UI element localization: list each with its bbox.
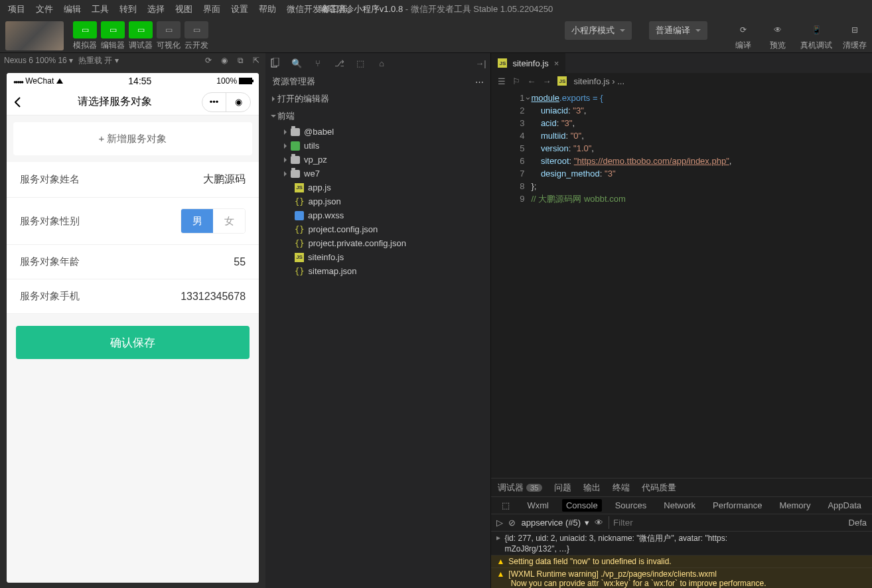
phone-value[interactable]: 13312345678 [181,291,246,303]
toolbar-button[interactable]: ▭云开发 [184,21,208,51]
menu-dots-icon[interactable]: ••• [202,93,226,111]
toolbar-button[interactable]: 📱真机调试 [800,21,832,51]
menu-item[interactable]: 编辑 [58,1,86,18]
tree-item[interactable]: {}app.json [277,194,490,208]
search-icon[interactable]: 🔍 [291,57,303,69]
js-icon: JS [498,58,507,68]
files-icon[interactable] [269,57,281,69]
mode-select[interactable]: 小程序模式 [565,21,632,40]
cut-icon[interactable]: ⧉ [235,55,246,66]
ext-icon[interactable]: ⌂ [376,57,388,69]
menu-item[interactable]: 设置 [226,1,254,18]
devtab-sources[interactable]: Sources [611,499,651,512]
name-value[interactable]: 大鹏源码 [203,173,246,186]
mute-icon[interactable]: ◉ [219,55,230,66]
menu-item[interactable]: 帮助 [254,1,281,18]
hot-reload-toggle[interactable]: 热重载 开 ▾ [78,55,119,66]
back-icon[interactable] [15,97,28,108]
device-select[interactable]: Nexus 6 100% 16 ▾ [4,56,73,65]
toolbar-button[interactable]: ⟳编译 [731,21,755,51]
devtab-wxml[interactable]: Wxml [523,499,553,512]
collapse-icon[interactable]: →| [474,57,486,69]
detach-icon[interactable]: ⇱ [251,55,261,66]
debugger-tab[interactable]: 调试器 35 [498,482,542,494]
quality-tab[interactable]: 代码质量 [642,482,676,494]
toolbar: ▭模拟器▭编辑器▭调试器▭可视化▭云开发 小程序模式 普通编译 ⟳编译👁预览📱真… [0,19,872,53]
tree-item[interactable]: utils [277,139,490,153]
toolbar-button[interactable]: ▭模拟器 [73,21,97,51]
close-circle-icon[interactable]: ◉ [226,93,250,111]
devtab-appdata[interactable]: AppData [824,499,865,512]
menu-item[interactable]: 选择 [142,1,170,18]
menu-item[interactable]: 视图 [170,1,198,18]
menu-item[interactable]: 转到 [114,1,142,18]
inspect-icon[interactable]: ⬚ [498,499,514,512]
toolbar-button[interactable]: ▭可视化 [157,21,181,51]
eye-icon[interactable]: 👁 [595,518,603,528]
console-row: ▸{id: 277, uid: 2, uniacid: 3, nickname:… [491,532,872,555]
js-icon: JS [295,183,304,192]
gender-male-button[interactable]: 男 [181,209,213,233]
tree-item[interactable]: JSapp.js [277,181,490,194]
branch-icon[interactable]: ⎇ [333,57,345,69]
terminal-tab[interactable]: 终端 [613,482,630,494]
split-icon[interactable]: ☰ [498,76,506,86]
menu-item[interactable]: 项目 [3,1,31,18]
toolbar-button[interactable]: ▭编辑器 [101,21,125,51]
tree-item[interactable]: {}sitemap.json [277,264,490,278]
tree-item[interactable]: we7 [277,167,490,181]
signal-icon [13,76,25,86]
default-levels[interactable]: Defa [849,518,867,528]
clear-icon[interactable]: ⊘ [508,518,516,528]
bookmark-icon[interactable]: ⚐ [512,76,520,86]
toolbar-button[interactable]: 👁预览 [766,21,790,51]
debug-icon[interactable]: ⬚ [354,57,366,69]
battery-label: 100% [216,76,237,86]
menu-item[interactable]: 工具 [86,1,114,18]
code-editor[interactable]: 123456789 ⌄ module.exports = { uniacid: … [491,89,872,478]
tree-item[interactable]: @babel [277,125,490,139]
tree-item[interactable]: JSsiteinfo.js [277,250,490,264]
tree-item[interactable]: vp_pz [277,153,490,167]
save-button[interactable]: 确认保存 [16,326,250,359]
context-select[interactable]: appservice (#5) ▾ [521,518,589,528]
add-object-button[interactable]: + 新增服务对象 [13,122,252,155]
folder-icon [291,128,300,136]
editor-tab[interactable]: JS siteinfo.js × [491,53,566,73]
section-root[interactable]: 前端 [265,108,490,125]
phone-frame: WeChat 14:55 100% 请选择服务对象 ••• ◉ + 新增服务对象… [7,73,259,583]
folder-icon [291,156,300,164]
tab-strip: JS siteinfo.js × [491,53,872,73]
devtab-memory[interactable]: Memory [775,499,814,512]
menu-item[interactable]: 界面 [198,1,226,18]
refresh-icon[interactable]: ⟳ [203,55,214,66]
gender-female-button[interactable]: 女 [213,209,245,233]
console-row: ▲Setting data field "now" to undefined i… [491,555,872,568]
breadcrumb[interactable]: ☰ ⚐ ← → JS siteinfo.js › ... [491,73,872,89]
play-icon[interactable]: ▷ [496,518,503,528]
simulator-panel: Nexus 6 100% 16 ▾ 热重载 开 ▾ ⟳ ◉ ⧉ ⇱ WeChat… [0,53,265,588]
explorer-panel: 🔍 ⑂ ⎇ ⬚ ⌂ →| 资源管理器⋯ 打开的编辑器 前端 @babelutil… [265,53,491,588]
js-icon: JS [295,253,304,262]
more-icon[interactable]: ⋯ [475,77,484,87]
tree-item[interactable]: {}project.private.config.json [277,236,490,250]
json-icon: {} [295,239,304,248]
arrow-left-icon[interactable]: ← [527,76,536,86]
close-tab-icon[interactable]: × [554,58,559,68]
devtab-console[interactable]: Console [562,499,602,512]
output-tab[interactable]: 输出 [583,482,601,494]
toolbar-button[interactable]: ⊟清缓存 [843,21,867,51]
age-value[interactable]: 55 [234,256,246,268]
problems-tab[interactable]: 问题 [554,482,571,494]
devtab-network[interactable]: Network [660,499,699,512]
devtab-performance[interactable]: Performance [709,499,766,512]
filter-input[interactable] [609,516,843,529]
menu-item[interactable]: 文件 [31,1,58,18]
toolbar-button[interactable]: ▭调试器 [129,21,153,51]
tree-item[interactable]: {}project.config.json [277,222,490,236]
git-icon[interactable]: ⑂ [312,57,324,69]
arrow-right-icon[interactable]: → [542,76,551,86]
section-open-editors[interactable]: 打开的编辑器 [265,90,490,108]
compile-select[interactable]: 普通编译 [649,21,707,40]
tree-item[interactable]: app.wxss [277,208,490,222]
